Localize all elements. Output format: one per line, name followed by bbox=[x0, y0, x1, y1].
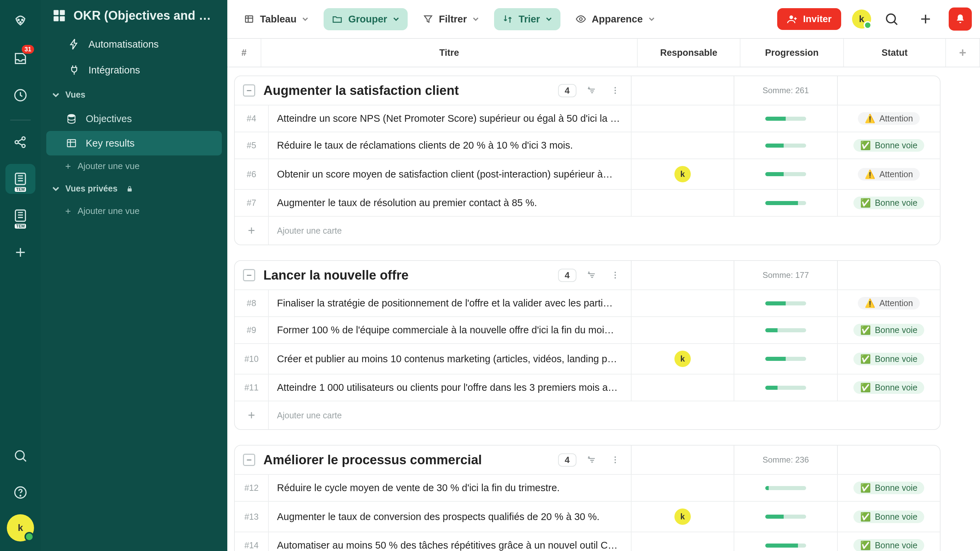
sidebar-view-objectives[interactable]: Objectives bbox=[46, 106, 222, 131]
svg-rect-12 bbox=[54, 10, 59, 15]
avatar[interactable]: k bbox=[675, 166, 691, 182]
add-button[interactable] bbox=[912, 5, 939, 33]
avatar[interactable]: k bbox=[675, 351, 691, 367]
user-avatar-top[interactable]: k bbox=[852, 10, 871, 29]
more-icon[interactable] bbox=[608, 453, 623, 467]
row-responsible[interactable]: k bbox=[632, 502, 734, 532]
svg-rect-18 bbox=[127, 189, 132, 192]
table-row[interactable]: #14 Automatiser au moins 50 % des tâches… bbox=[235, 532, 940, 551]
invite-button[interactable]: Inviter bbox=[777, 8, 841, 30]
table-row[interactable]: #7 Augmenter le taux de résolution au pr… bbox=[235, 189, 940, 216]
toolbar-trier[interactable]: Trier bbox=[494, 8, 560, 30]
row-title[interactable]: Automatiser au moins 50 % des tâches rép… bbox=[269, 532, 632, 551]
row-responsible[interactable] bbox=[632, 475, 734, 501]
user-avatar-bottom[interactable]: k bbox=[7, 514, 34, 541]
row-title[interactable]: Créer et publier au moins 10 contenus ma… bbox=[269, 344, 632, 374]
row-progress bbox=[734, 317, 838, 343]
row-title[interactable]: Atteindre 1 000 utilisateurs ou clients … bbox=[269, 375, 632, 401]
row-title[interactable]: Former 100 % de l'équipe commerciale à l… bbox=[269, 317, 632, 343]
table-row[interactable]: #5 Réduire le taux de réclamations clien… bbox=[235, 132, 940, 159]
toolbar-apparence[interactable]: Apparence bbox=[567, 8, 663, 30]
table-row[interactable]: #4 Atteindre un score NPS (Net Promoter … bbox=[235, 105, 940, 132]
toolbar-tableau[interactable]: Tableau bbox=[235, 8, 317, 30]
row-responsible[interactable] bbox=[632, 290, 734, 316]
row-status: ⚠️ Attention bbox=[838, 290, 940, 316]
row-title[interactable]: Obtenir un score moyen de satisfaction c… bbox=[269, 159, 632, 189]
row-title[interactable]: Augmenter le taux de résolution au premi… bbox=[269, 190, 632, 216]
row-title[interactable]: Réduire le taux de réclamations clients … bbox=[269, 132, 632, 159]
plus-icon: + bbox=[248, 224, 255, 238]
chevron-down-icon bbox=[302, 16, 309, 22]
table-row[interactable]: #11 Atteindre 1 000 utilisateurs ou clie… bbox=[235, 374, 940, 401]
group: − Lancer la nouvelle offre 4 Somme: 177 … bbox=[234, 260, 940, 430]
row-title[interactable]: Finaliser la stratégie de positionnement… bbox=[269, 290, 632, 316]
sort-icon[interactable] bbox=[585, 453, 600, 467]
collapse-icon[interactable]: − bbox=[243, 454, 255, 466]
row-responsible[interactable] bbox=[632, 105, 734, 132]
search-button[interactable] bbox=[878, 5, 905, 33]
row-progress bbox=[734, 190, 838, 216]
row-title[interactable]: Atteindre un score NPS (Net Promoter Sco… bbox=[269, 105, 632, 132]
row-responsible[interactable]: k bbox=[632, 159, 734, 189]
add-card-row[interactable]: + Ajouter une carte bbox=[235, 401, 940, 429]
group-title[interactable]: Lancer la nouvelle offre bbox=[263, 268, 550, 283]
toolbar-filtrer[interactable]: Filtrer bbox=[414, 8, 487, 30]
workspace-badge-label-2: TEM bbox=[14, 224, 26, 229]
table-row[interactable]: #6 Obtenir un score moyen de satisfactio… bbox=[235, 159, 940, 189]
workspace-icon-1[interactable]: TEM bbox=[5, 164, 35, 194]
row-responsible[interactable] bbox=[632, 190, 734, 216]
row-title[interactable]: Réduire le cycle moyen de vente de 30 % … bbox=[269, 475, 632, 501]
search-icon[interactable] bbox=[5, 441, 35, 471]
add-column-button[interactable]: + bbox=[946, 39, 980, 67]
sidebar-view-keyresults[interactable]: Key results bbox=[46, 131, 222, 156]
add-workspace-icon[interactable] bbox=[5, 237, 35, 267]
sort-icon[interactable] bbox=[585, 268, 600, 283]
more-icon[interactable] bbox=[608, 83, 623, 98]
share-icon[interactable] bbox=[5, 127, 35, 157]
row-num: #12 bbox=[235, 475, 269, 501]
group-title[interactable]: Augmenter la satisfaction client bbox=[263, 83, 550, 98]
group-count: 4 bbox=[558, 269, 576, 282]
add-card-row[interactable]: + Ajouter une carte bbox=[235, 216, 940, 245]
group-title[interactable]: Améliorer le processus commercial bbox=[263, 453, 550, 467]
sidebar-add-view[interactable]: Ajouter une vue bbox=[41, 156, 227, 177]
plug-icon bbox=[68, 64, 80, 76]
more-icon[interactable] bbox=[608, 268, 623, 283]
inbox-badge: 31 bbox=[22, 45, 34, 54]
toolbar-grouper[interactable]: Grouper bbox=[324, 8, 407, 30]
recent-icon[interactable] bbox=[5, 80, 35, 110]
row-responsible[interactable] bbox=[632, 532, 734, 551]
sidebar-add-private-view[interactable]: Ajouter une vue bbox=[41, 200, 227, 222]
inbox-icon[interactable]: 31 bbox=[5, 43, 35, 73]
avatar[interactable]: k bbox=[675, 508, 691, 525]
row-responsible[interactable]: k bbox=[632, 344, 734, 374]
row-responsible[interactable] bbox=[632, 317, 734, 343]
row-responsible[interactable] bbox=[632, 132, 734, 159]
collapse-icon[interactable]: − bbox=[243, 84, 255, 97]
group-sum: Somme: 261 bbox=[734, 76, 838, 105]
page-title: OKR (Objectives and K… bbox=[73, 8, 216, 23]
logo-icon[interactable] bbox=[5, 7, 35, 37]
table-row[interactable]: #10 Créer et publier au moins 10 contenu… bbox=[235, 343, 940, 374]
sidebar-item-automations[interactable]: Automatisations bbox=[46, 31, 222, 57]
row-num: #9 bbox=[235, 317, 269, 343]
svg-point-27 bbox=[614, 275, 616, 276]
collapse-icon[interactable]: − bbox=[243, 269, 255, 281]
table-row[interactable]: #13 Augmenter le taux de conversion des … bbox=[235, 501, 940, 532]
svg-point-11 bbox=[20, 495, 21, 496]
row-progress bbox=[734, 502, 838, 532]
table-row[interactable]: #12 Réduire le cycle moyen de vente de 3… bbox=[235, 474, 940, 501]
sidebar-item-integrations[interactable]: Intégrations bbox=[46, 57, 222, 83]
row-num: #4 bbox=[235, 105, 269, 132]
workspace-icon-2[interactable]: TEM bbox=[5, 201, 35, 230]
sidebar-section-views[interactable]: Vues bbox=[41, 83, 227, 106]
help-icon[interactable] bbox=[5, 478, 35, 508]
row-title[interactable]: Augmenter le taux de conversion des pros… bbox=[269, 502, 632, 532]
notifications-button[interactable] bbox=[949, 8, 972, 30]
sort-icon[interactable] bbox=[585, 83, 600, 98]
sidebar-section-private-views[interactable]: Vues privées bbox=[41, 177, 227, 200]
row-progress bbox=[734, 159, 838, 189]
row-responsible[interactable] bbox=[632, 375, 734, 401]
table-row[interactable]: #9 Former 100 % de l'équipe commerciale … bbox=[235, 316, 940, 343]
table-row[interactable]: #8 Finaliser la stratégie de positionnem… bbox=[235, 289, 940, 316]
